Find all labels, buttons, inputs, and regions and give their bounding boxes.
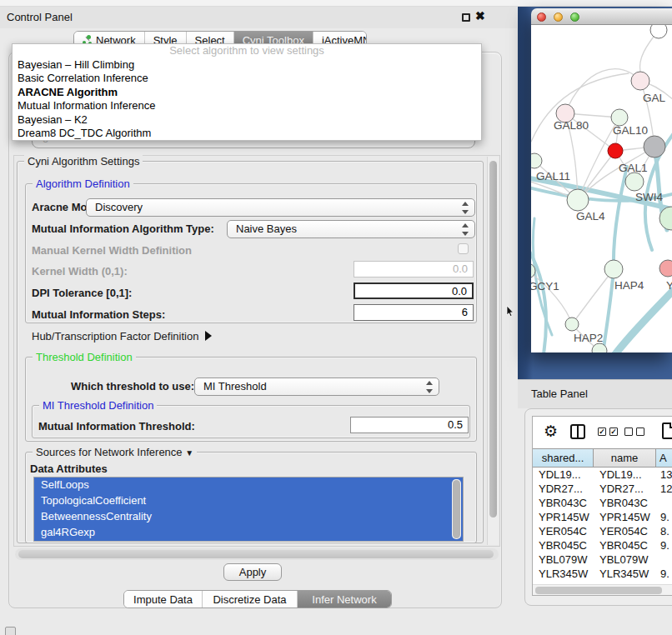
scrollbar-thumb[interactable] — [18, 550, 494, 558]
table-cell: YDL19... — [533, 468, 594, 482]
network-node[interactable] — [631, 72, 649, 90]
window-titlebar[interactable] — [531, 8, 672, 25]
vertical-scrollbar[interactable] — [487, 157, 499, 545]
table-horizontal-scrollbar[interactable] — [533, 584, 672, 595]
table-cell: 12 — [656, 482, 672, 496]
table-cell: YDR27... — [594, 482, 656, 496]
table-cell: YBL079W — [594, 552, 656, 567]
network-node[interactable] — [644, 136, 665, 158]
export-table-icon[interactable] — [662, 422, 672, 439]
hub-definition-expander[interactable]: Hub/Transcription Factor Definition — [32, 330, 212, 342]
table-row[interactable]: YPR145WYPR145W9. — [533, 510, 672, 524]
network-view-window: GALGAL80GAL10GAL1GAL11SWI4GAL4GCY1HAP4YH… — [531, 8, 672, 352]
menu-item[interactable]: Basic Correlation Inference — [13, 72, 481, 85]
list-item[interactable]: SelfLoops — [34, 478, 463, 493]
list-item[interactable]: BetweennessCentrality — [34, 509, 463, 525]
network-graph: GALGAL80GAL10GAL1GAL11SWI4GAL4GCY1HAP4YH… — [531, 25, 672, 352]
network-node[interactable] — [650, 25, 667, 38]
column-header[interactable]: shared... — [533, 449, 594, 467]
node-label: GAL10 — [613, 124, 648, 137]
list-scrollbar[interactable] — [452, 479, 461, 539]
table-row[interactable]: YBR045CYBR045C9. — [533, 538, 672, 552]
list-item[interactable]: gal4RGexp — [34, 525, 463, 541]
network-node[interactable] — [565, 318, 579, 331]
group-title: Threshold Definition — [33, 351, 136, 363]
network-node[interactable] — [625, 172, 644, 191]
close-icon[interactable]: ✖ — [475, 9, 485, 22]
column-header[interactable]: name — [594, 449, 656, 467]
column-layout-icon[interactable] — [570, 424, 585, 439]
network-node[interactable] — [567, 189, 589, 211]
scrollbar-thumb[interactable] — [453, 480, 460, 538]
close-traffic-light[interactable] — [537, 12, 546, 22]
select-all-checkbox-icon[interactable]: ✓ — [598, 428, 606, 436]
table-cell: YLR345W — [594, 567, 656, 581]
table-row[interactable]: YBL079WYBL079W — [533, 552, 672, 567]
table-panel: ⚙ ✓ ✓ shared... name A YDL19...YDL19...1… — [524, 408, 672, 606]
data-attributes-label: Data Attributes — [30, 462, 108, 475]
table-cell: 9. — [656, 567, 672, 581]
stepper-icon — [426, 381, 434, 393]
table-header-row: shared... name A — [533, 448, 672, 468]
table-cell: 9. — [656, 538, 672, 552]
horizontal-scrollbar[interactable] — [15, 548, 499, 560]
tab-discretize-data[interactable]: Discretize Data — [203, 591, 298, 608]
bottom-tabbar: Impute Data Discretize Data Infer Networ… — [123, 590, 392, 608]
aracne-mode-combobox[interactable]: Discovery — [86, 198, 475, 217]
which-threshold-combobox[interactable]: MI Threshold — [194, 378, 439, 396]
mi-steps-field[interactable]: 6 — [354, 304, 474, 321]
network-node[interactable] — [604, 260, 623, 278]
collapsed-panel-icon[interactable] — [5, 627, 16, 635]
network-node[interactable] — [611, 109, 628, 126]
node-label: GCY1 — [531, 280, 559, 292]
select-all-checkbox-icon[interactable]: ✓ — [609, 428, 618, 436]
network-canvas[interactable]: GALGAL80GAL10GAL1GAL11SWI4GAL4GCY1HAP4YH… — [531, 25, 672, 352]
control-panel-header — [0, 7, 517, 28]
scrollbar-thumb[interactable] — [489, 161, 497, 518]
scrollbar-thumb[interactable] — [535, 587, 662, 594]
deselect-all-checkbox-icon[interactable] — [636, 428, 644, 436]
menu-item[interactable]: Mutual Information Inference — [13, 99, 481, 112]
zoom-traffic-light[interactable] — [570, 12, 579, 22]
table-row[interactable]: YIL052CYIL052C9 — [533, 581, 672, 583]
manual-kernel-checkbox[interactable] — [458, 243, 469, 254]
float-window-icon[interactable] — [462, 13, 470, 22]
table-row[interactable]: YDL19...YDL19...13 — [533, 468, 672, 482]
network-node[interactable] — [659, 260, 672, 277]
network-node[interactable] — [608, 143, 623, 158]
network-node[interactable] — [531, 153, 542, 168]
node-label: HAP4 — [614, 279, 644, 292]
table-row[interactable]: YDR27...YDR27...12 — [533, 482, 672, 496]
dpi-tolerance-field[interactable]: 0.0 — [354, 282, 474, 299]
menu-item[interactable]: Bayesian – K2 — [13, 113, 481, 127]
tab-infer-network[interactable]: Infer Network — [298, 591, 391, 608]
table-cell: YBR043C — [533, 496, 594, 510]
data-attributes-list: SelfLoops TopologicalCoefficient Between… — [33, 477, 464, 542]
node-label: GAL — [643, 92, 666, 104]
deselect-all-checkbox-icon[interactable] — [624, 428, 633, 436]
top-strip — [0, 0, 672, 7]
tab-discretize-data-label: Discretize Data — [213, 593, 286, 606]
menu-item[interactable]: Dream8 DC_TDC Algorithm — [13, 127, 481, 140]
list-item[interactable]: TopologicalCoefficient — [34, 493, 463, 509]
collapse-arrow-icon[interactable]: ▼ — [185, 448, 193, 458]
apply-button[interactable]: Apply — [223, 563, 282, 581]
column-header[interactable]: A — [656, 449, 672, 467]
kernel-width-label: Kernel Width (0,1): — [32, 265, 128, 278]
tab-impute-data[interactable]: Impute Data — [124, 591, 203, 608]
mi-type-label: Mutual Information Algorithm Type: — [32, 222, 214, 235]
minimize-traffic-light[interactable] — [554, 12, 563, 22]
mi-threshold-field[interactable]: 0.5 — [350, 417, 469, 433]
kernel-width-field[interactable]: 0.0 — [354, 261, 474, 278]
mi-steps-label: Mutual Information Steps: — [32, 308, 165, 321]
menu-item[interactable]: Bayesian – Hill Climbing — [13, 58, 481, 72]
menu-item[interactable]: ARACNE Algorithm — [13, 86, 481, 99]
node-label: GAL11 — [536, 170, 570, 182]
mi-type-combobox[interactable]: Naive Bayes — [227, 220, 475, 238]
table-row[interactable]: YER054CYER054C8. — [533, 524, 672, 538]
tab-impute-data-label: Impute Data — [133, 593, 193, 606]
gear-icon[interactable]: ⚙ — [544, 422, 558, 441]
table-row[interactable]: YBR043CYBR043C — [533, 496, 672, 510]
table-row[interactable]: YLR345WYLR345W9. — [533, 567, 672, 581]
network-edge — [615, 290, 672, 352]
